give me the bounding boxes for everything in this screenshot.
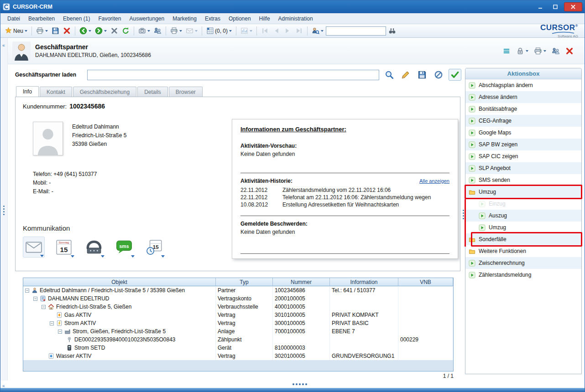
aktionsbox-item-sonderf-lle[interactable]: Sonderfälle: [465, 233, 581, 245]
maximize-button[interactable]: [549, 3, 561, 11]
column-header-nummer[interactable]: Nummer: [273, 278, 330, 286]
menu-item-hilfe[interactable]: Hilfe: [255, 13, 274, 24]
column-header-information[interactable]: Information: [330, 278, 398, 286]
tab-kontakt[interactable]: Kontakt: [40, 87, 72, 97]
print-button[interactable]: [35, 26, 49, 36]
cancel-x-button[interactable]: [109, 26, 120, 36]
aktionsbox-item-auszug[interactable]: Auszug: [465, 210, 581, 222]
nav-prev-button[interactable]: [271, 26, 282, 36]
aktionsbox-item-adresse-ndern[interactable]: Adresse ändern: [465, 91, 581, 103]
delete-button[interactable]: [62, 26, 72, 36]
nav-last-button[interactable]: [294, 26, 304, 36]
table-row[interactable]: Edeltrud Dahlmann / Friedrich-List-Straß…: [23, 286, 453, 294]
aktionsbox-item-bonit-tsabfrage[interactable]: Bonitätsabfrage: [465, 103, 581, 115]
tab-info[interactable]: Info: [16, 86, 39, 97]
person-search-button[interactable]: [310, 26, 325, 36]
table-row[interactable]: Strom SETDGerät8100000003: [23, 344, 453, 352]
mail-button[interactable]: [184, 26, 199, 36]
left-splitter-dots[interactable]: [3, 206, 5, 207]
phone-tile[interactable]: [83, 237, 105, 258]
column-header-typ[interactable]: Typ: [216, 278, 273, 286]
aktionsbox-item-umzug[interactable]: Umzug: [465, 222, 581, 233]
forward-button[interactable]: [94, 26, 108, 36]
aktionsbox-item-abschlagsplan-ndern[interactable]: Abschlagsplan ändern: [465, 79, 581, 91]
lock-button[interactable]: [516, 47, 528, 55]
aktionsbox-item-z-hlerstandsmeldung[interactable]: Zählerstandsmeldung: [465, 269, 581, 281]
search-button[interactable]: [383, 69, 396, 81]
aktionsbox-item-zwischenrechnung[interactable]: Zwischenrechnung: [465, 257, 581, 269]
selection-button[interactable]: (0, 0): [205, 26, 233, 36]
refresh-button[interactable]: [120, 26, 131, 36]
save-record-button[interactable]: [416, 69, 428, 81]
menu-item-marketing[interactable]: Marketing: [168, 13, 201, 24]
aktionsbox-item-slp-angebot[interactable]: SLP Angebot: [465, 162, 581, 174]
close-button[interactable]: [564, 2, 582, 11]
nav-next-button[interactable]: [282, 26, 293, 36]
appointment-tile[interactable]: 15: [143, 237, 165, 258]
aktionsbox-item-label: SMS senden: [479, 177, 510, 183]
aktionsbox-item-sap-cic-zeigen[interactable]: SAP CIC zeigen: [465, 150, 581, 162]
relations-button[interactable]: [152, 26, 163, 36]
table-row[interactable]: DE00022935398400010023N5035O0843Zählpunk…: [23, 335, 453, 344]
aktionsbox-item-google-maps[interactable]: Google Maps: [465, 127, 581, 139]
chart-button[interactable]: [239, 26, 254, 36]
panel-menu-button[interactable]: [502, 47, 511, 55]
tab-details[interactable]: Details: [137, 87, 168, 97]
table-row[interactable]: Wasser AKTIVVertrag3020100005GRUNDVERSOR…: [23, 352, 453, 360]
collapse-bottom-chevron-icon[interactable]: [2, 381, 5, 389]
back-button[interactable]: [78, 26, 93, 36]
aktionsbox-item-sms-senden[interactable]: SMS senden: [465, 174, 581, 186]
partner-search-input[interactable]: [87, 70, 379, 80]
table-row[interactable]: DAHLMANN EDELTRUDVertragskonto2000100005: [23, 294, 453, 303]
menu-item-optionen[interactable]: Optionen: [225, 13, 255, 24]
table-row[interactable]: Friedrich-List-Straße 5, GießenVerbrauch…: [23, 303, 453, 311]
nav-first-button[interactable]: [260, 26, 270, 36]
collapse-expander[interactable]: [25, 289, 29, 293]
column-header-objekt[interactable]: Objekt: [23, 278, 216, 286]
minimize-button[interactable]: [534, 3, 546, 11]
vertical-splitter[interactable]: [461, 64, 465, 381]
collapse-expander[interactable]: [33, 297, 37, 301]
menu-item-favoriten[interactable]: Favoriten: [94, 13, 125, 24]
menu-item-administration[interactable]: Administration: [274, 13, 317, 24]
new-button[interactable]: Neu: [3, 26, 29, 36]
partners-button[interactable]: [552, 47, 560, 55]
left-collapse-strip[interactable]: [0, 38, 8, 381]
alle-anzeigen-link[interactable]: Alle anzeigen: [419, 178, 449, 184]
tab-gesch-ftsbeziehung[interactable]: Geschäftsbeziehung: [73, 87, 136, 97]
email-tile[interactable]: [23, 237, 45, 258]
toolbar-buttons: Neu(0, 0): [3, 24, 397, 37]
table-row[interactable]: Strom AKTIVVertrag3000100005PRIVAT BASIC: [23, 319, 453, 327]
print-button[interactable]: [169, 26, 183, 36]
column-header-vnb[interactable]: VNB: [398, 278, 453, 286]
menu-item-ebenen-1[interactable]: Ebenen (1): [59, 13, 94, 24]
aktionsbox-item-ceg-anfrage[interactable]: CEG-Anfrage: [465, 115, 581, 127]
cancel-edit-button[interactable]: [432, 69, 445, 81]
close-record-button[interactable]: [565, 47, 574, 55]
aktionsbox-item-label: Abschlagsplan ändern: [479, 82, 533, 88]
print-record-button[interactable]: [534, 47, 546, 55]
aktionsbox-item-weitere-funktionen[interactable]: Weitere Funktionen: [465, 245, 581, 257]
menu-item-auswertungen[interactable]: Auswertungen: [125, 13, 168, 24]
menu-item-extras[interactable]: Extras: [201, 13, 225, 24]
collapse-expander[interactable]: [42, 305, 46, 309]
aktionsbox-item-umzug[interactable]: Umzug: [465, 186, 581, 198]
bottom-splitter[interactable]: [0, 381, 585, 388]
table-row[interactable]: Gas AKTIVVertrag3010100005PRIVAT KOMPAKT: [23, 311, 453, 319]
toolbar-search-input[interactable]: [326, 26, 386, 36]
edit-button[interactable]: [399, 69, 412, 81]
sms-tile[interactable]: sms: [113, 237, 135, 258]
collapse-expander[interactable]: [50, 321, 54, 325]
collapse-expander[interactable]: [58, 330, 62, 334]
collapse-left-chevron-icon[interactable]: [2, 41, 5, 49]
table-row[interactable]: Strom, Gießen, Friedrich-List-Straße 5An…: [23, 327, 453, 335]
tab-browser[interactable]: Browser: [169, 87, 203, 97]
aktionsbox-item-sap-bw-zeigen[interactable]: SAP BW zeigen: [465, 139, 581, 150]
binoculars-button[interactable]: [387, 26, 397, 36]
menu-item-bearbeiten[interactable]: Bearbeiten: [24, 13, 59, 24]
save-button[interactable]: [50, 26, 61, 36]
confirm-button[interactable]: [449, 69, 461, 81]
calendar-tile[interactable]: Sonntag15: [53, 237, 75, 258]
menu-item-datei[interactable]: Datei: [3, 13, 24, 24]
camera-button[interactable]: [137, 26, 151, 36]
